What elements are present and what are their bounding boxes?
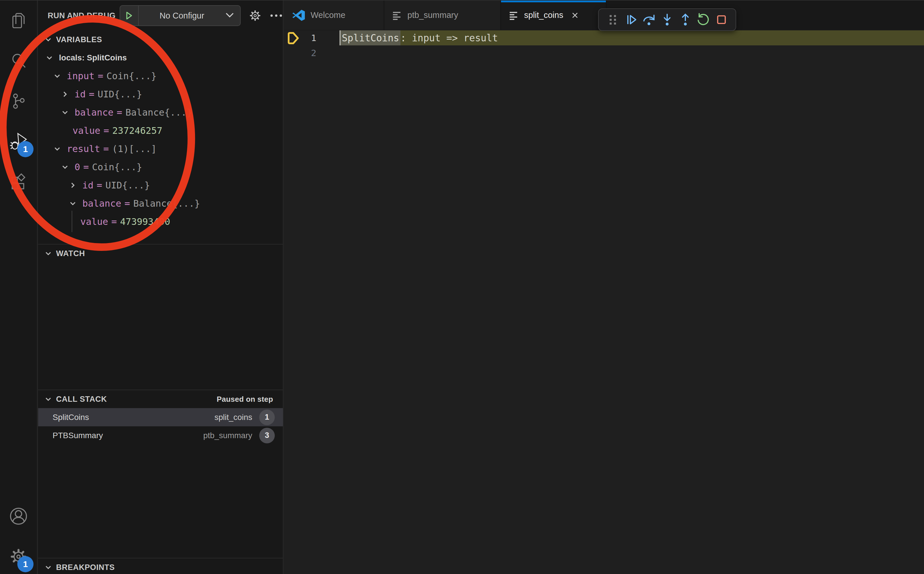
chevron-down-icon — [225, 12, 235, 19]
variable-value: (1)[...] — [112, 144, 157, 155]
launch-config-dropdown[interactable]: No Configur — [120, 5, 241, 26]
chevron-down-icon[interactable] — [61, 163, 74, 171]
variable-row-id-2[interactable]: id=UID{...} — [38, 176, 283, 194]
chevron-down-icon — [44, 564, 56, 571]
tab-ptb-summary[interactable]: ptb_summary — [384, 1, 501, 30]
vscode-logo-icon — [292, 9, 305, 22]
activity-item-explorer[interactable] — [0, 1, 37, 41]
gutter-line-1[interactable]: 1 — [284, 30, 340, 46]
indent-guide — [72, 211, 72, 232]
line-number: 2 — [311, 46, 316, 60]
step-out-button[interactable] — [678, 12, 693, 27]
activity-bar: 1 1 — [0, 1, 38, 574]
variable-name: id — [82, 180, 94, 191]
variable-row-locals[interactable]: locals: SplitCoins — [38, 49, 283, 67]
variable-row-result[interactable]: result=(1)[...] — [38, 140, 283, 158]
continue-button[interactable] — [623, 12, 639, 27]
activity-item-extensions[interactable] — [0, 162, 37, 203]
chevron-down-icon[interactable] — [54, 145, 67, 153]
variable-value: UID{...} — [98, 89, 142, 100]
tab-split-coins[interactable]: split_coins — [501, 1, 606, 30]
variable-row-value[interactable]: value=237246257 — [38, 121, 283, 140]
equals-sign: = — [98, 71, 103, 82]
code-editor[interactable]: 1 SplitCoins : input => result 2 — [284, 30, 924, 60]
variable-value: Balance{...} — [133, 198, 200, 209]
code-line-1: 1 SplitCoins : input => result — [284, 30, 924, 46]
variable-value: Coin{...} — [92, 162, 142, 173]
source-control-icon — [9, 92, 27, 111]
pause-status-label: Paused on step — [217, 395, 283, 404]
variable-name: balance — [74, 107, 113, 118]
variable-value: Coin{...} — [107, 71, 157, 82]
variable-row-input[interactable]: input=Coin{...} — [38, 67, 283, 85]
activity-item-settings[interactable]: 1 — [0, 537, 37, 574]
variable-name: result — [67, 144, 100, 155]
equals-sign: = — [124, 198, 130, 209]
variable-value: 473993490 — [120, 216, 170, 227]
account-icon — [9, 507, 28, 527]
debug-settings-gear-icon[interactable] — [248, 9, 262, 22]
breakpoints-section-header[interactable]: BREAKPOINTS — [38, 558, 283, 574]
variable-name: id — [74, 89, 86, 100]
equals-sign: = — [97, 180, 102, 191]
close-icon[interactable] — [571, 11, 579, 20]
variable-row-balance[interactable]: balance=Balance{...} — [38, 103, 283, 121]
activity-item-search[interactable] — [0, 41, 37, 82]
step-into-button[interactable] — [660, 12, 675, 27]
restart-button[interactable] — [696, 12, 711, 27]
call-stack-section: CALL STACK Paused on step SplitCoins spl… — [38, 390, 283, 445]
variable-row-0[interactable]: 0=Coin{...} — [38, 158, 283, 176]
variable-row-id[interactable]: id=UID{...} — [38, 85, 283, 103]
gutter-line-2[interactable]: 2 — [284, 46, 340, 60]
views-more-actions-icon[interactable] — [269, 14, 283, 17]
call-stack-section-header[interactable]: CALL STACK Paused on step — [38, 390, 283, 408]
frame-source: ptb_summary — [203, 431, 252, 440]
activity-item-run-and-debug[interactable]: 1 — [0, 122, 37, 162]
settings-badge: 1 — [17, 556, 33, 572]
vscode-window: 1 1 RUN AND DEBUG — [0, 0, 924, 574]
files-icon — [9, 11, 27, 30]
variable-row-value-2[interactable]: value=473993490 — [38, 213, 283, 231]
text-cursor — [340, 30, 341, 46]
variables-section-header[interactable]: VARIABLES — [38, 31, 283, 49]
call-stack-frame-ptbsummary[interactable]: PTBSummary ptb_summary 3 — [38, 426, 283, 445]
variable-name: value — [80, 216, 108, 227]
variable-row-balance-2[interactable]: balance=Balance{...} — [38, 194, 283, 213]
equals-sign: = — [117, 107, 122, 118]
sidebar-header: RUN AND DEBUG No Configur — [38, 1, 283, 31]
breakpoints-section: BREAKPOINTS — [38, 558, 283, 574]
watch-section: WATCH — [38, 244, 283, 262]
frame-badge: 1 — [259, 410, 275, 425]
toolbar-drag-handle[interactable] — [605, 12, 621, 27]
chevron-right-icon[interactable] — [69, 181, 82, 189]
variable-value: UID{...} — [105, 180, 150, 191]
call-stack-frame-splitcoins[interactable]: SplitCoins split_coins 1 — [38, 408, 283, 426]
current-step-arrow-icon — [287, 32, 300, 46]
chevron-right-icon[interactable] — [61, 90, 74, 98]
frame-badge: 3 — [259, 428, 275, 443]
list-file-icon — [509, 10, 519, 20]
step-over-button[interactable] — [641, 12, 657, 27]
stop-button[interactable] — [714, 12, 729, 27]
debug-sidebar: RUN AND DEBUG No Configur VARIABLE — [38, 1, 283, 574]
chevron-down-icon[interactable] — [61, 109, 74, 116]
variable-value: 237246257 — [112, 125, 162, 136]
equals-sign: = — [83, 162, 89, 173]
equals-sign: = — [111, 216, 117, 227]
chevron-down-icon — [44, 250, 56, 257]
variable-name: balance — [82, 198, 121, 209]
activity-item-source-control[interactable] — [0, 82, 37, 122]
tab-welcome[interactable]: Welcome — [284, 1, 384, 30]
chevron-down-icon[interactable] — [54, 72, 67, 80]
search-icon — [9, 52, 27, 71]
equals-sign: = — [104, 125, 109, 136]
current-line-highlight: SplitCoins : input => result — [340, 30, 924, 46]
code-text: : input => result — [400, 32, 498, 44]
activity-item-account[interactable] — [0, 497, 37, 537]
start-debug-icon[interactable] — [120, 6, 139, 25]
chevron-down-icon[interactable] — [69, 200, 82, 207]
variables-section: VARIABLES locals: SplitCoins input=Coin{… — [38, 31, 283, 231]
watch-section-header[interactable]: WATCH — [38, 244, 283, 262]
chevron-down-icon[interactable] — [46, 54, 59, 62]
chevron-down-icon — [44, 395, 56, 403]
